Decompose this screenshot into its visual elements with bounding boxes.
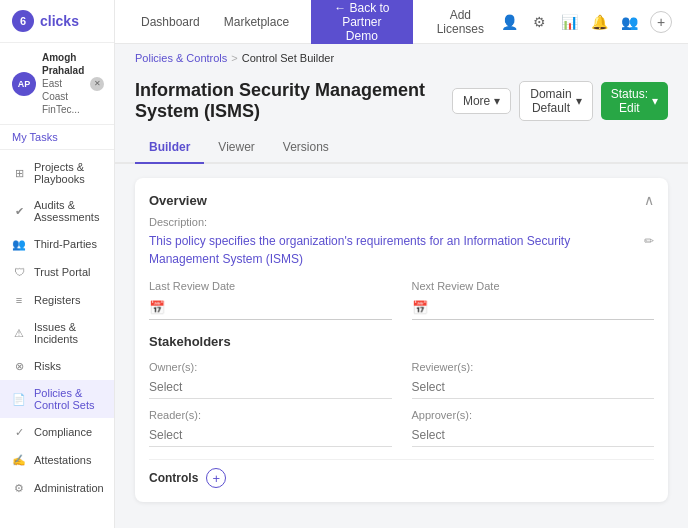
description-row: This policy specifies the organization's… [149, 232, 654, 268]
breadcrumb-sep: > [231, 52, 237, 64]
section-title: Overview [149, 193, 207, 208]
sidebar-item-label: Risks [34, 360, 61, 372]
check-square-icon: ✔ [12, 204, 26, 218]
status-button[interactable]: Status: Edit ▾ [601, 82, 668, 120]
sidebar-item-label: Trust Portal [34, 266, 90, 278]
sidebar-item-label: Registers [34, 294, 80, 306]
more-label: More [463, 94, 490, 108]
chevron-down-icon: ▾ [652, 94, 658, 108]
add-control-button[interactable]: + [206, 468, 226, 488]
alert-circle-icon: ⊗ [12, 359, 26, 373]
calendar-icon: 📅 [149, 300, 165, 315]
shield-icon: 🛡 [12, 265, 26, 279]
grid-icon: ⊞ [12, 166, 26, 180]
reviewer-label: Reviewer(s): [412, 361, 655, 373]
sidebar-item-label: Projects & Playbooks [34, 161, 102, 185]
last-review-label: Last Review Date [149, 280, 392, 292]
sidebar-item-label: Audits & Assessments [34, 199, 102, 223]
sidebar-item-registers[interactable]: ≡ Registers [0, 286, 114, 314]
sidebar: 6 clicks AP Amogh Prahalad East Coast Fi… [0, 0, 115, 528]
tabs: Builder Viewer Versions [115, 132, 688, 164]
nav-marketplace[interactable]: Marketplace [214, 9, 299, 35]
back-to-partner-demo-button[interactable]: ← Back to Partner Demo [311, 0, 413, 49]
sidebar-item-label: Issues & Incidents [34, 321, 102, 345]
logo-icon: 6 [12, 10, 34, 32]
sidebar-item-label: Attestations [34, 454, 91, 466]
sidebar-item-label: Compliance [34, 426, 92, 438]
tab-versions[interactable]: Versions [269, 132, 343, 164]
controls-row: Controls + [149, 459, 654, 488]
alert-triangle-icon: ⚠ [12, 326, 26, 340]
sidebar-item-label: Administration [34, 482, 104, 494]
tools-icon[interactable]: ⚙ [530, 13, 548, 31]
bell-icon[interactable]: 🔔 [590, 13, 608, 31]
overview-card: Overview ∧ Description: This policy spec… [135, 178, 668, 502]
content-area: Policies & Controls > Control Set Builde… [115, 44, 688, 528]
add-icon[interactable]: + [650, 11, 672, 33]
page-header: Information Security Management System (… [115, 72, 688, 132]
user-info: Amogh Prahalad East Coast FinTec... [42, 51, 84, 116]
sidebar-item-third-parties[interactable]: 👥 Third-Parties [0, 230, 114, 258]
stakeholders-title: Stakeholders [149, 334, 654, 349]
sidebar-item-risks[interactable]: ⊗ Risks [0, 352, 114, 380]
file-text-icon: 📄 [12, 392, 26, 406]
reader-label: Reader(s): [149, 409, 392, 421]
page-header-actions: More ▾ Domain Default ▾ Status: Edit ▾ [452, 81, 668, 121]
description-label: Description: [149, 216, 654, 228]
user-name: Amogh Prahalad [42, 51, 84, 77]
sidebar-item-admin[interactable]: ⚙ Administration [0, 474, 114, 502]
sidebar-item-compliance[interactable]: ✓ Compliance [0, 418, 114, 446]
pen-icon: ✍ [12, 453, 26, 467]
reviewer-select[interactable] [412, 376, 655, 399]
reviewer-field: Reviewer(s): [412, 361, 655, 399]
reader-select[interactable] [149, 424, 392, 447]
owner-select[interactable] [149, 376, 392, 399]
chart-icon[interactable]: 📊 [560, 13, 578, 31]
list-icon: ≡ [12, 293, 26, 307]
sidebar-item-label: Third-Parties [34, 238, 97, 250]
sidebar-item-trust-portal[interactable]: 🛡 Trust Portal [0, 258, 114, 286]
domain-button[interactable]: Domain Default ▾ [519, 81, 592, 121]
last-review-input[interactable]: 📅 [149, 296, 392, 320]
breadcrumb-policies[interactable]: Policies & Controls [135, 52, 227, 64]
sidebar-item-label: Policies & Control Sets [34, 387, 102, 411]
sidebar-item-audits[interactable]: ✔ Audits & Assessments [0, 192, 114, 230]
avatar: AP [12, 72, 36, 96]
nav-dashboard[interactable]: Dashboard [131, 9, 210, 35]
sidebar-logo: 6 clicks [0, 0, 114, 43]
sidebar-item-issues[interactable]: ⚠ Issues & Incidents [0, 314, 114, 352]
empty-state: Nothing to display To add data click New… [115, 516, 688, 528]
topnav: Dashboard Marketplace ← Back to Partner … [115, 0, 688, 44]
tab-builder[interactable]: Builder [135, 132, 204, 164]
page-title: Information Security Management System (… [135, 80, 452, 122]
user-icon[interactable]: 👤 [500, 13, 518, 31]
dates-row: Last Review Date 📅 Next Review Date 📅 [149, 280, 654, 320]
close-icon[interactable]: ✕ [90, 77, 104, 91]
reader-field: Reader(s): [149, 409, 392, 447]
more-button[interactable]: More ▾ [452, 88, 511, 114]
approver-select[interactable] [412, 424, 655, 447]
status-label: Status: Edit [611, 87, 648, 115]
sidebar-item-attestations[interactable]: ✍ Attestations [0, 446, 114, 474]
tab-viewer[interactable]: Viewer [204, 132, 268, 164]
add-licenses-button[interactable]: Add Licenses [425, 2, 496, 42]
sidebar-item-projects[interactable]: ⊞ Projects & Playbooks [0, 154, 114, 192]
my-tasks-link[interactable]: My Tasks [0, 125, 114, 150]
next-review-input[interactable]: 📅 [412, 296, 655, 320]
next-review-date-field: Next Review Date 📅 [412, 280, 655, 320]
approver-label: Approver(s): [412, 409, 655, 421]
domain-label: Domain Default [530, 87, 571, 115]
people-icon[interactable]: 👥 [620, 13, 638, 31]
collapse-icon[interactable]: ∧ [644, 192, 654, 208]
breadcrumb-current: Control Set Builder [242, 52, 334, 64]
chevron-down-icon: ▾ [576, 94, 582, 108]
sidebar-user[interactable]: AP Amogh Prahalad East Coast FinTec... ✕ [0, 43, 114, 125]
section-header: Overview ∧ [149, 192, 654, 216]
edit-icon[interactable]: ✏ [644, 234, 654, 248]
topnav-icons: 👤 ⚙ 📊 🔔 👥 + [500, 11, 672, 33]
sidebar-nav: ⊞ Projects & Playbooks ✔ Audits & Assess… [0, 150, 114, 528]
owner-field: Owner(s): [149, 361, 392, 399]
logo-text: clicks [40, 13, 79, 29]
sidebar-item-policies[interactable]: 📄 Policies & Control Sets [0, 380, 114, 418]
breadcrumb: Policies & Controls > Control Set Builde… [115, 44, 688, 72]
